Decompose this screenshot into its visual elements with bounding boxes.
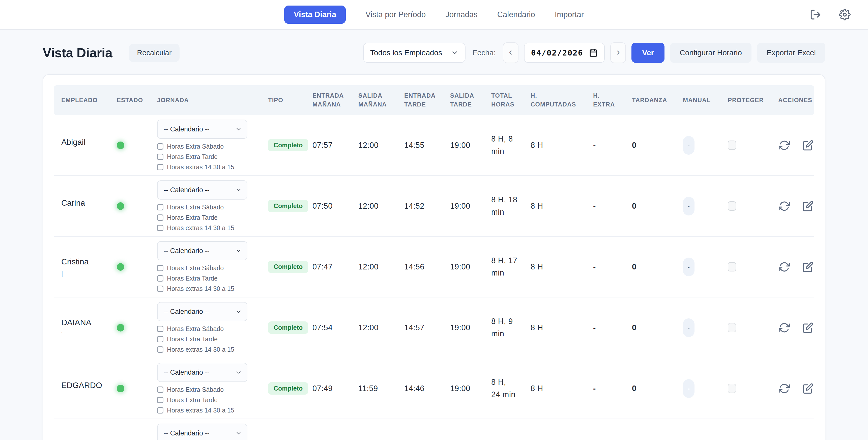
protect-checkbox[interactable] [728,201,736,211]
manual-indicator: - [683,197,694,215]
protect-checkbox[interactable] [728,323,736,332]
extra-hours-checkbox[interactable] [157,204,163,210]
entrada-tarde-value: 14:46 [397,384,442,393]
entrada-tarde-value: 14:52 [397,202,442,211]
logout-icon[interactable] [809,8,822,21]
employee-note [61,211,109,214]
edit-row-icon[interactable] [802,139,814,151]
salida-manana-value: 12:00 [351,141,397,150]
column-header: ENTRADA TARDE [397,91,442,109]
extra-hours-checkbox[interactable] [157,225,163,231]
recalculate-row-icon[interactable] [778,139,790,151]
tab-importar[interactable]: Importar [555,5,584,24]
tardanza-value: 0 [624,323,675,332]
employee-note [61,150,109,153]
extra-hours-option: Horas Extra Sábado [157,264,260,272]
table-row: DAIANA ' -- Calendario -- Horas Extra Sá… [54,297,814,358]
status-dot [117,202,124,210]
recalculate-row-icon[interactable] [778,382,790,394]
extra-hours-checkbox[interactable] [157,164,163,170]
tipo-badge: Completo [268,139,308,151]
edit-row-icon[interactable] [802,382,814,394]
calendar-select[interactable]: -- Calendario -- [157,120,247,139]
employee-name: Cristina [61,257,109,266]
recalculate-row-icon[interactable] [778,322,790,334]
manual-indicator: - [683,379,694,398]
recalculate-button[interactable]: Recalcular [129,43,180,62]
horas-extra-value: - [586,141,624,150]
settings-gear-icon[interactable] [838,8,851,21]
extra-hours-checkbox[interactable] [157,275,163,282]
salida-tarde-value: 19:00 [442,262,484,271]
next-day-button[interactable]: › [610,42,626,63]
tab-jornadas[interactable]: Jornadas [445,5,477,24]
extra-hours-option: Horas Extra Sábado [157,143,260,150]
column-header: H. EXTRA [586,91,624,109]
acciones-cell [771,382,814,394]
calendar-select[interactable]: -- Calendario -- [157,363,247,382]
extra-hours-options: Horas Extra SábadoHoras Extra TardeHoras… [157,264,260,292]
extra-hours-option: Horas Extra Tarde [157,153,260,160]
tab-calendario[interactable]: Calendario [497,5,535,24]
manual-cell: - [675,197,720,215]
extra-hours-checkbox[interactable] [157,336,163,342]
column-header: ENTRADA MAÑANA [305,91,351,109]
extra-hours-checkbox[interactable] [157,154,163,160]
extra-hours-label: Horas Extra Tarde [167,275,218,282]
extra-hours-checkbox[interactable] [157,407,163,413]
edit-row-icon[interactable] [802,200,814,212]
recalculate-row-icon[interactable] [778,200,790,212]
extra-hours-options: Horas Extra SábadoHoras Extra TardeHoras… [157,143,260,171]
calendar-select[interactable]: -- Calendario -- [157,302,247,321]
extra-hours-checkbox[interactable] [157,286,163,292]
proteger-cell [720,201,771,211]
total-horas-value: 8 H, 8 min [484,133,522,157]
protect-checkbox[interactable] [728,141,736,150]
calendar-select-value: -- Calendario -- [164,247,210,255]
horas-computadas-value: 8 H [523,384,586,393]
extra-hours-checkbox[interactable] [157,143,163,150]
entrada-manana-value: 07:47 [305,262,351,271]
tipo-badge: Completo [268,200,308,212]
extra-hours-checkbox[interactable] [157,397,163,403]
entrada-manana-value: 07:57 [305,141,351,150]
edit-row-icon[interactable] [802,261,814,273]
salida-manana-value: 12:00 [351,202,397,211]
employee-filter-select[interactable]: Todos los Empleados [363,42,466,63]
calendar-select[interactable]: -- Calendario -- [157,241,247,260]
calendar-select[interactable]: -- Calendario -- [157,423,247,440]
chevron-down-icon [235,187,242,193]
acciones-cell [771,139,814,151]
tardanza-value: 0 [624,384,675,393]
table-row: Cristina | -- Calendario -- Horas Extra … [54,237,814,297]
column-header: EMPLEADO [54,96,109,105]
calendar-select-value: -- Calendario -- [164,125,210,133]
extra-hours-checkbox[interactable] [157,214,163,221]
extra-hours-checkbox[interactable] [157,326,163,332]
column-header: TOTAL HORAS [484,91,523,109]
employee-filter-value: Todos los Empleados [370,49,442,57]
export-excel-button[interactable]: Exportar Excel [757,42,826,63]
employee-name: Carina [61,198,109,208]
view-button[interactable]: Ver [631,42,664,63]
calendar-select[interactable]: -- Calendario -- [157,180,247,200]
extra-hours-checkbox[interactable] [157,386,163,393]
manual-indicator: - [683,258,694,276]
protect-checkbox[interactable] [728,262,736,271]
protect-checkbox[interactable] [728,384,736,393]
horas-computadas-value: 8 H [523,202,586,211]
proteger-cell [720,262,771,271]
recalculate-row-icon[interactable] [778,261,790,273]
tab-vista-diaria[interactable]: Vista Diaria [284,5,346,24]
edit-row-icon[interactable] [802,322,814,334]
tab-vista-por-período[interactable]: Vista por Período [365,5,426,24]
extra-hours-option: Horas extras 14 30 a 15 [157,164,260,171]
extra-hours-checkbox[interactable] [157,346,163,353]
configure-schedule-button[interactable]: Configurar Horario [670,42,751,63]
calendar-select-value: -- Calendario -- [164,430,210,437]
extra-hours-checkbox[interactable] [157,265,163,271]
chevron-down-icon [451,49,459,57]
tipo-cell: Completo [260,139,305,151]
previous-day-button[interactable]: ‹ [503,42,519,63]
date-input[interactable]: 04/02/2026 [524,42,605,63]
